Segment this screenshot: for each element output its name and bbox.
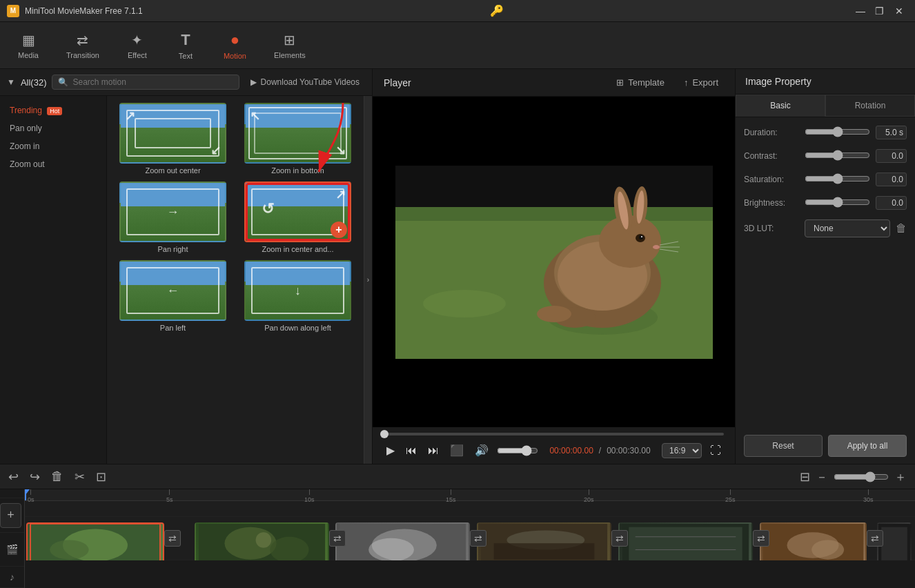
player-viewport: [373, 97, 735, 427]
search-box[interactable]: 🔍: [52, 75, 239, 90]
tab-basic[interactable]: Basic: [736, 95, 825, 117]
tab-rotation[interactable]: Rotation: [825, 95, 915, 117]
media-label: Media: [18, 51, 39, 59]
motion-thumb-pan-left[interactable]: ←: [119, 260, 226, 321]
motion-thumb-zoom-in-bottom[interactable]: ↖ ↘: [244, 103, 351, 164]
duration-slider[interactable]: [805, 126, 870, 137]
ruler-tick-25: [730, 489, 731, 495]
timeline-zoom-slider[interactable]: [834, 471, 889, 482]
progress-thumb[interactable]: [380, 430, 388, 438]
brightness-value: 0.0: [876, 196, 907, 210]
saturation-row: Saturation: 0.0: [744, 173, 907, 186]
ruler-mark-15: 15s: [446, 489, 456, 503]
toolbar-item-media[interactable]: ▦ Media: [11, 29, 46, 62]
redo-button[interactable]: ↪: [30, 469, 40, 484]
toolbar-item-text[interactable]: T Text: [168, 28, 203, 63]
duration-row: Duration: 5.0 s: [744, 126, 907, 139]
transition-1[interactable]: ⇄: [164, 530, 181, 547]
zoom-out-timeline[interactable]: －: [816, 469, 828, 485]
motion-item-zoom-in-bottom[interactable]: ↖ ↘ Zoom in bottom: [239, 103, 357, 175]
toolbar-item-motion[interactable]: ● Motion: [217, 28, 253, 63]
sidebar: Trending Hot Pan only Zoom in Zoom out: [0, 96, 107, 464]
motion-thumb-inner-2: ↖ ↘: [246, 104, 350, 162]
sidebar-item-zoom-out[interactable]: Zoom out: [0, 155, 106, 173]
motion-item-zoom-out-center[interactable]: ↙ ↗ Zoom out center: [114, 103, 232, 175]
motion-item-zoom-in-center[interactable]: ↺ ↗ + Zoom in center and...: [239, 182, 357, 253]
key-icon: 🔑: [490, 4, 504, 17]
transition-6[interactable]: ⇄: [867, 530, 883, 547]
brightness-slider[interactable]: [805, 197, 870, 208]
undo-button[interactable]: ↩: [8, 469, 19, 484]
motion-item-pan-right[interactable]: → Pan right: [114, 182, 232, 253]
motion-thumb-zoom-out-center[interactable]: ↙ ↗: [119, 103, 226, 164]
ruler-mark-30: 30s: [863, 489, 874, 503]
maximize-button[interactable]: ❐: [871, 2, 889, 20]
download-youtube-button[interactable]: ▶ Download YouTube Videos: [245, 75, 365, 90]
player-video-area: [395, 166, 713, 359]
reset-button[interactable]: Reset: [744, 435, 823, 457]
playhead-triangle: [25, 489, 30, 495]
motion-item-pan-down-left[interactable]: ↓ Pan down along left: [239, 260, 357, 332]
motion-thumb-pan-down-left[interactable]: ↓: [244, 260, 351, 321]
sidebar-item-pan-only[interactable]: Pan only: [0, 119, 106, 137]
progress-bar[interactable]: [384, 433, 724, 435]
motion-grid: ↙ ↗ Zoom out center ↖ ↘: [107, 96, 364, 464]
window-controls[interactable]: — ❐ ✕: [852, 2, 908, 20]
arrow-down: ↓: [295, 284, 301, 298]
audio-track-row: [25, 560, 915, 588]
toolbar-item-effect[interactable]: ✦ Effect: [120, 29, 155, 62]
zoom-out-label: Zoom out: [10, 159, 45, 169]
crop-button[interactable]: ⊡: [96, 469, 106, 484]
effect-label: Effect: [128, 51, 147, 59]
zoom-in-timeline[interactable]: ＋: [894, 469, 907, 485]
collapse-panel-button[interactable]: ›: [364, 96, 372, 464]
transition-4[interactable]: ⇄: [611, 530, 628, 547]
motion-thumb-zoom-in-center[interactable]: ↺ ↗ +: [244, 182, 351, 242]
prop-actions: Reset Apply to all: [736, 428, 915, 464]
search-input[interactable]: [72, 77, 233, 87]
ruler-tick-15: [451, 489, 451, 495]
ruler-label-0: 0s: [28, 496, 35, 503]
motion-label-pan-right: Pan right: [157, 245, 188, 253]
contrast-slider-container: [805, 150, 870, 163]
add-media-button[interactable]: +: [0, 503, 21, 528]
toolbar-item-elements[interactable]: ⊞ Elements: [267, 29, 313, 62]
apply-all-button[interactable]: Apply to all: [828, 435, 907, 457]
close-button[interactable]: ✕: [890, 2, 908, 20]
motion-item-pan-left[interactable]: ← Pan left: [114, 260, 232, 332]
lut-delete-button[interactable]: 🗑: [896, 222, 907, 235]
toolbar-item-transition[interactable]: ⇄ Transition: [59, 29, 106, 62]
playhead[interactable]: [25, 489, 26, 500]
cut-button[interactable]: ✂: [75, 469, 85, 484]
svg-point-17: [653, 245, 660, 249]
empty-top-row: [25, 501, 915, 517]
transition-3[interactable]: ⇄: [470, 530, 486, 547]
properties-tabs: Basic Rotation: [736, 95, 915, 117]
volume-slider[interactable]: [497, 445, 538, 456]
stop-button[interactable]: ⬛: [447, 442, 466, 458]
motion-thumb-pan-right[interactable]: →: [119, 182, 226, 242]
transition-5[interactable]: ⇄: [753, 530, 769, 547]
timeline-area: ↩ ↪ 🗑 ✂ ⊡ ⊟ － ＋ + 🎬 ♪: [0, 464, 915, 588]
prev-button[interactable]: ⏮: [403, 443, 420, 458]
delete-clip-button[interactable]: 🗑: [51, 469, 63, 484]
minimize-button[interactable]: —: [852, 2, 869, 20]
aspect-ratio-select[interactable]: 16:9 9:16 1:1 4:3: [662, 443, 702, 458]
volume-button[interactable]: 🔊: [472, 442, 491, 458]
saturation-slider[interactable]: [805, 173, 870, 184]
play-button[interactable]: ▶: [384, 442, 397, 458]
export-button[interactable]: ↑ Export: [678, 75, 724, 90]
transition-2[interactable]: ⇄: [329, 530, 346, 547]
fullscreen-button[interactable]: ⛶: [707, 443, 724, 458]
contrast-slider[interactable]: [805, 150, 870, 161]
next-button[interactable]: ⏭: [425, 443, 442, 458]
sidebar-item-trending[interactable]: Trending Hot: [0, 101, 106, 119]
add-button-overlay[interactable]: +: [331, 222, 347, 238]
sidebar-toggle[interactable]: ▼: [7, 77, 15, 87]
sidebar-item-zoom-in[interactable]: Zoom in: [0, 137, 106, 155]
template-button[interactable]: ⊞ Template: [611, 75, 670, 90]
ruler-mark-5: 5s: [166, 489, 173, 503]
split-button[interactable]: ⊟: [800, 469, 810, 484]
lut-select[interactable]: None Preset 1 Preset 2: [805, 219, 890, 237]
lut-label: 3D LUT:: [744, 224, 799, 233]
